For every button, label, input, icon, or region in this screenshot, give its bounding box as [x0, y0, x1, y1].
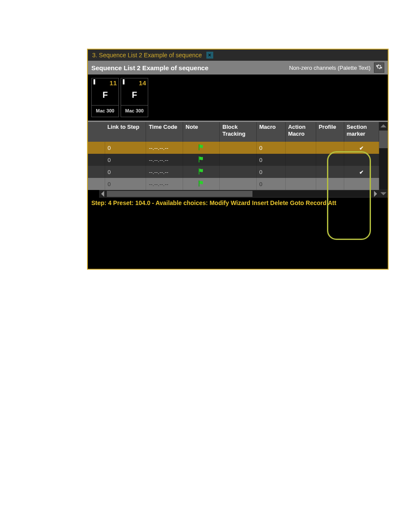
channel-mark: [93, 79, 95, 84]
vertical-scrollbar[interactable]: [379, 122, 388, 198]
cell-section-marker[interactable]: [344, 178, 379, 190]
flag-icon: [198, 181, 205, 188]
cell-action-macro[interactable]: [285, 166, 316, 178]
cell-macro[interactable]: 0: [256, 154, 285, 166]
channel-level: F: [121, 87, 148, 106]
flag-icon: [198, 145, 205, 152]
channel-label: Mac 300: [121, 106, 148, 117]
cell-link-to-step[interactable]: 0: [105, 154, 146, 166]
vscroll-thumb[interactable]: [379, 131, 388, 148]
cell-profile[interactable]: [316, 142, 344, 154]
horizontal-scrollbar[interactable]: [99, 190, 379, 198]
scroll-right-icon[interactable]: [371, 190, 379, 198]
cell-time-code[interactable]: --.--.--.--: [146, 178, 183, 190]
cell-block-tracking[interactable]: [220, 166, 256, 178]
channel-number: 11: [109, 79, 117, 87]
cell-profile[interactable]: [316, 154, 344, 166]
cell-action-macro[interactable]: [285, 142, 316, 154]
vscroll-track[interactable]: [379, 131, 388, 189]
cell-section-marker[interactable]: ✔: [344, 142, 379, 154]
sequence-table: Link to Step Time Code Note Block Tracki…: [88, 122, 379, 190]
cell-link-to-step[interactable]: 0: [105, 166, 146, 178]
cell-macro[interactable]: 0: [256, 142, 285, 154]
channel-tile[interactable]: 11FMac 300: [91, 78, 119, 117]
display-mode-label: Non-zero channels (Palette Text): [289, 65, 371, 71]
cell-macro[interactable]: 0: [256, 166, 285, 178]
page-title: Sequence List 2 Example of sequence: [91, 64, 209, 72]
channel-number: 14: [139, 79, 146, 87]
gear-icon: [376, 63, 383, 72]
cell-action-macro[interactable]: [285, 154, 316, 166]
cell-block-tracking[interactable]: [220, 142, 256, 154]
cell-link-to-step[interactable]: 0: [105, 142, 146, 154]
cell-section-marker[interactable]: [344, 154, 379, 166]
cell-note[interactable]: [183, 166, 219, 178]
channel-tile[interactable]: 14FMac 300: [121, 78, 148, 117]
sequence-list-window: 3. Sequence List 2 Example of sequence ×…: [87, 49, 389, 270]
column-macro[interactable]: Macro: [256, 122, 285, 142]
table-corner: [88, 122, 105, 142]
table-area: Link to Step Time Code Note Block Tracki…: [88, 122, 388, 198]
row-header[interactable]: [88, 178, 105, 190]
cell-section-marker[interactable]: ✔: [344, 166, 379, 178]
tab-title: 3. Sequence List 2 Example of sequence: [92, 52, 202, 59]
column-note[interactable]: Note: [183, 122, 219, 142]
hscroll-track[interactable]: [107, 191, 371, 197]
cell-profile[interactable]: [316, 178, 344, 190]
table-row[interactable]: 0--.--.--.--0: [88, 178, 379, 190]
column-block-tracking[interactable]: Block Tracking: [220, 122, 256, 142]
settings-button[interactable]: [374, 62, 384, 73]
status-bar: Step: 4 Preset: 104.0 - Available choice…: [88, 198, 388, 209]
row-header[interactable]: [88, 154, 105, 166]
cell-macro[interactable]: 0: [256, 178, 285, 190]
column-time-code[interactable]: Time Code: [146, 122, 183, 142]
cell-time-code[interactable]: --.--.--.--: [146, 142, 183, 154]
flag-icon: [198, 169, 205, 176]
column-link-to-step[interactable]: Link to Step: [105, 122, 146, 142]
column-section-marker[interactable]: Section marker: [344, 122, 379, 142]
hscroll-thumb[interactable]: [107, 191, 252, 197]
scroll-left-icon[interactable]: [99, 190, 107, 198]
cell-time-code[interactable]: --.--.--.--: [146, 166, 183, 178]
table-row[interactable]: 0--.--.--.--0✔: [88, 166, 379, 178]
table-row[interactable]: 0--.--.--.--0: [88, 154, 379, 166]
cell-note[interactable]: [183, 178, 219, 190]
cell-action-macro[interactable]: [285, 178, 316, 190]
cell-time-code[interactable]: --.--.--.--: [146, 154, 183, 166]
tab-sequence-list[interactable]: 3. Sequence List 2 Example of sequence ×: [88, 50, 218, 61]
cell-block-tracking[interactable]: [220, 154, 256, 166]
scroll-down-icon[interactable]: [379, 189, 388, 198]
table-row[interactable]: 0--.--.--.--0✔: [88, 142, 379, 154]
column-action-macro[interactable]: Action Macro: [285, 122, 316, 142]
channel-area: 11FMac 30014FMac 300: [88, 75, 388, 121]
row-header[interactable]: [88, 142, 105, 154]
header-right: Non-zero channels (Palette Text): [289, 62, 384, 73]
tab-bar: 3. Sequence List 2 Example of sequence ×: [88, 50, 388, 61]
channel-mark: [123, 79, 125, 84]
cell-link-to-step[interactable]: 0: [105, 178, 146, 190]
check-icon: ✔: [359, 169, 364, 175]
flag-icon: [198, 157, 205, 164]
row-header[interactable]: [88, 166, 105, 178]
header-bar: Sequence List 2 Example of sequence Non-…: [88, 61, 388, 75]
cell-note[interactable]: [183, 142, 219, 154]
column-profile[interactable]: Profile: [316, 122, 344, 142]
cell-profile[interactable]: [316, 166, 344, 178]
cell-note[interactable]: [183, 154, 219, 166]
check-icon: ✔: [359, 145, 364, 151]
channel-label: Mac 300: [92, 106, 118, 117]
channel-level: F: [92, 87, 118, 106]
close-icon[interactable]: ×: [206, 52, 213, 59]
cell-block-tracking[interactable]: [220, 178, 256, 190]
scroll-up-icon[interactable]: [379, 122, 388, 131]
